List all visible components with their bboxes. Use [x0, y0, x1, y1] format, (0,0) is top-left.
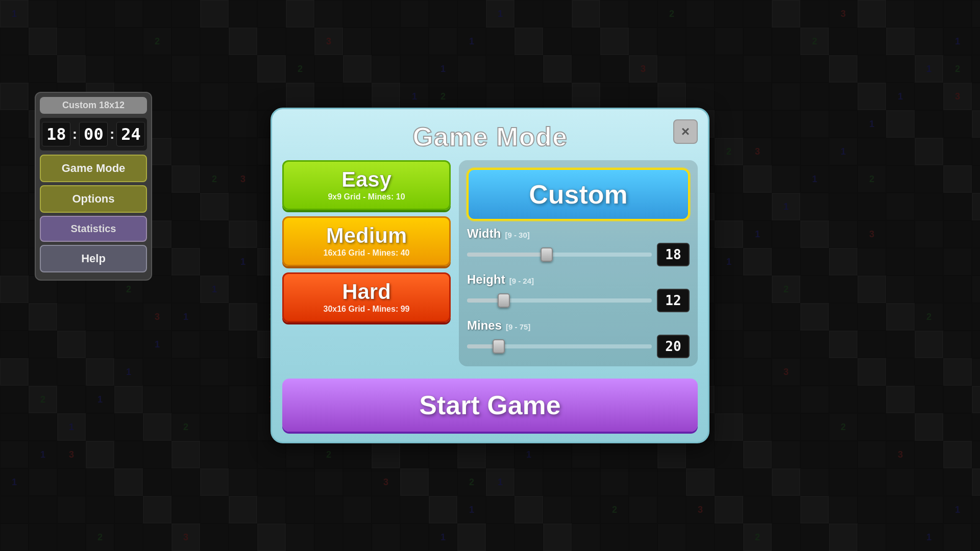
medium-button[interactable]: Medium 16x16 Grid - Mines: 40 [282, 216, 451, 266]
mines-slider-thumb[interactable] [493, 339, 505, 354]
mines-slider-track[interactable] [467, 344, 652, 348]
height-label: Height [467, 272, 505, 287]
height-range: [9 - 24] [509, 277, 534, 285]
height-value[interactable]: 12 [657, 289, 690, 312]
width-label-row: Width [9 - 30] [467, 227, 690, 241]
easy-label: Easy [294, 169, 439, 190]
mines-label: Mines [467, 318, 502, 333]
mines-label-row: Mines [9 - 75] [467, 318, 690, 333]
medium-label: Medium [294, 225, 439, 246]
width-slider-fill [467, 253, 547, 257]
mines-input-row: 20 [467, 335, 690, 358]
height-label-row: Height [9 - 24] [467, 272, 690, 287]
height-slider-thumb[interactable] [498, 293, 510, 308]
mines-slider-row: Mines [9 - 75] 20 [467, 318, 690, 358]
hard-label: Hard [294, 281, 439, 303]
easy-button[interactable]: Easy 9x9 Grid - Mines: 10 [282, 160, 451, 210]
start-game-button[interactable]: Start Game [282, 379, 698, 432]
modal-title: Game Mode [282, 121, 698, 152]
hard-button[interactable]: Hard 30x16 Grid - Mines: 99 [282, 272, 451, 322]
game-mode-modal: Game Mode × Easy 9x9 Grid - Mines: 10 Me… [271, 108, 709, 443]
difficulty-panel: Easy 9x9 Grid - Mines: 10 Medium 16x16 G… [282, 160, 451, 366]
modal-body: Easy 9x9 Grid - Mines: 10 Medium 16x16 G… [272, 160, 708, 374]
modal-backdrop: Game Mode × Easy 9x9 Grid - Mines: 10 Me… [0, 0, 980, 551]
width-value[interactable]: 18 [657, 243, 690, 266]
mines-range: [9 - 75] [506, 322, 530, 331]
mines-value[interactable]: 20 [657, 335, 690, 358]
hard-sub: 30x16 Grid - Mines: 99 [294, 305, 439, 314]
custom-label: Custom [529, 180, 628, 209]
width-range: [9 - 30] [505, 231, 529, 239]
custom-button[interactable]: Custom [467, 168, 690, 220]
custom-panel: Custom Width [9 - 30] 18 [459, 160, 698, 366]
start-game-label: Start Game [419, 390, 560, 420]
width-input-row: 18 [467, 243, 690, 266]
width-label: Width [467, 227, 501, 241]
close-button[interactable]: × [673, 119, 698, 144]
height-slider-track[interactable] [467, 298, 652, 303]
height-input-row: 12 [467, 289, 690, 312]
width-slider-row: Width [9 - 30] 18 [467, 227, 690, 266]
width-slider-track[interactable] [467, 253, 652, 257]
modal-header: Game Mode × [272, 109, 708, 160]
width-slider-thumb[interactable] [541, 247, 553, 262]
medium-sub: 16x16 Grid - Mines: 40 [294, 248, 439, 258]
height-slider-row: Height [9 - 24] 12 [467, 272, 690, 312]
modal-footer: Start Game [272, 374, 708, 442]
easy-sub: 9x9 Grid - Mines: 10 [294, 192, 439, 202]
